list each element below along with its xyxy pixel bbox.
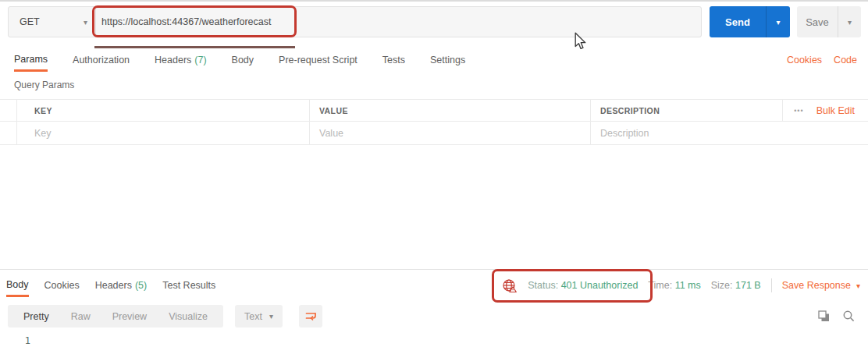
tab-label: Params bbox=[14, 54, 48, 65]
chevron-down-icon: ▾ bbox=[848, 18, 852, 27]
tab-test-results[interactable]: Test Results bbox=[162, 274, 215, 297]
response-toolbar: Pretty Raw Preview Visualize Text ▾ bbox=[8, 305, 322, 328]
tab-headers[interactable]: Headers (7) bbox=[155, 48, 207, 72]
request-tabs: Params Authorization Headers (7) Body Pr… bbox=[14, 48, 490, 72]
tab-response-cookies[interactable]: Cookies bbox=[44, 274, 80, 297]
wrap-line-button[interactable] bbox=[299, 305, 322, 328]
chevron-down-icon: ▾ bbox=[776, 18, 780, 27]
view-segment-group: Pretty Raw Preview Visualize bbox=[8, 305, 223, 328]
size-readout: Size: 171 B bbox=[711, 280, 761, 291]
row-handle-column bbox=[0, 100, 17, 121]
tab-settings[interactable]: Settings bbox=[430, 48, 465, 72]
copy-icon[interactable] bbox=[817, 310, 831, 323]
status-label: Status: bbox=[528, 280, 558, 291]
tab-label: Headers bbox=[95, 280, 132, 291]
bulk-edit-link[interactable]: Bulk Edit bbox=[816, 105, 855, 116]
save-button[interactable]: Save bbox=[797, 6, 838, 37]
chevron-down-icon: ▾ bbox=[84, 18, 87, 27]
tab-label: Tests bbox=[382, 55, 405, 66]
tab-body[interactable]: Body bbox=[232, 48, 254, 72]
tab-response-body[interactable]: Body bbox=[6, 274, 29, 297]
tab-label: Headers bbox=[155, 55, 191, 66]
size-label: Size: bbox=[711, 280, 733, 291]
code-link[interactable]: Code bbox=[834, 55, 857, 66]
value-input[interactable]: Value bbox=[319, 128, 343, 139]
column-header-description: DESCRIPTION bbox=[600, 106, 660, 115]
view-visualize-button[interactable]: Visualize bbox=[158, 305, 219, 328]
description-input[interactable]: Description bbox=[600, 128, 649, 139]
request-bar: GET ▾ https://localhost:44367/weatherfor… bbox=[8, 6, 861, 37]
table-row: Key Value Description bbox=[0, 122, 868, 145]
save-response-label: Save Response bbox=[782, 280, 851, 291]
query-params-title: Query Params bbox=[14, 80, 74, 90]
tab-label: Authorization bbox=[73, 55, 130, 66]
meta-separator bbox=[771, 278, 772, 292]
tab-pre-request-script[interactable]: Pre-request Script bbox=[279, 48, 358, 72]
status-value: 401 Unauthorized bbox=[561, 280, 639, 291]
response-divider bbox=[0, 269, 868, 270]
send-dropdown-button[interactable]: ▾ bbox=[766, 6, 790, 37]
tab-params[interactable]: Params bbox=[14, 48, 48, 72]
save-button-group: Save ▾ bbox=[797, 6, 861, 37]
wrap-line-icon bbox=[304, 310, 318, 324]
top-divider bbox=[0, 0, 868, 2]
tab-response-headers[interactable]: Headers (5) bbox=[95, 274, 148, 297]
request-right-links: Cookies Code bbox=[787, 48, 857, 72]
tab-label: Pre-request Script bbox=[279, 55, 358, 66]
chevron-down-icon: ▾ bbox=[269, 312, 273, 320]
method-label: GET bbox=[20, 16, 40, 27]
send-button-group: Send ▾ bbox=[710, 6, 790, 37]
time-value: 11 ms bbox=[675, 280, 701, 291]
cookies-link[interactable]: Cookies bbox=[787, 55, 822, 66]
response-body-editor[interactable]: 1 bbox=[0, 332, 868, 347]
url-shell: GET ▾ https://localhost:44367/weatherfor… bbox=[8, 6, 702, 37]
url-text: https://localhost:44367/weatherforecast bbox=[101, 16, 272, 27]
tab-label: Test Results bbox=[162, 280, 215, 291]
send-button[interactable]: Send bbox=[710, 6, 766, 37]
tab-authorization[interactable]: Authorization bbox=[73, 48, 130, 72]
query-params-table: KEY VALUE DESCRIPTION ••• Bulk Edit Key … bbox=[0, 99, 868, 145]
format-selected-label: Text bbox=[244, 311, 262, 322]
size-value: 171 B bbox=[735, 280, 761, 291]
response-tabs: Body Cookies Headers (5) Test Results bbox=[6, 274, 231, 297]
view-raw-button[interactable]: Raw bbox=[60, 305, 101, 328]
tab-label: Body bbox=[232, 55, 254, 66]
search-icon[interactable] bbox=[842, 310, 856, 323]
chevron-down-icon: ▾ bbox=[856, 281, 860, 290]
time-label: Time: bbox=[648, 280, 672, 291]
save-response-button[interactable]: Save Response ▾ bbox=[782, 280, 860, 291]
column-header-value: VALUE bbox=[319, 106, 348, 115]
time-readout: Time: 11 ms bbox=[648, 280, 700, 291]
response-headers-count-badge: (5) bbox=[135, 280, 147, 291]
tab-tests[interactable]: Tests bbox=[382, 48, 405, 72]
response-meta: Status: 401 Unauthorized Time: 11 ms Siz… bbox=[502, 274, 860, 297]
view-preview-button[interactable]: Preview bbox=[101, 305, 158, 328]
response-tools bbox=[817, 305, 856, 328]
url-input[interactable]: https://localhost:44367/weatherforecast bbox=[96, 7, 701, 37]
tab-label: Body bbox=[6, 279, 29, 290]
row-handle[interactable] bbox=[0, 122, 17, 144]
tab-label: Cookies bbox=[44, 280, 80, 291]
status-readout: Status: 401 Unauthorized bbox=[528, 280, 638, 291]
save-dropdown-button[interactable]: ▾ bbox=[838, 6, 861, 37]
headers-count-badge: (7) bbox=[194, 55, 206, 66]
method-select[interactable]: GET ▾ bbox=[9, 7, 96, 37]
table-header-row: KEY VALUE DESCRIPTION ••• Bulk Edit bbox=[0, 99, 868, 122]
format-select[interactable]: Text ▾ bbox=[235, 305, 283, 328]
more-options-icon[interactable]: ••• bbox=[794, 107, 803, 115]
column-header-key: KEY bbox=[34, 106, 52, 115]
view-pretty-button[interactable]: Pretty bbox=[12, 305, 60, 328]
globe-warning-icon bbox=[502, 278, 518, 293]
postman-window: GET ▾ https://localhost:44367/weatherfor… bbox=[0, 0, 868, 347]
line-number: 1 bbox=[0, 332, 34, 347]
tab-label: Settings bbox=[430, 55, 465, 66]
key-input[interactable]: Key bbox=[34, 128, 52, 139]
